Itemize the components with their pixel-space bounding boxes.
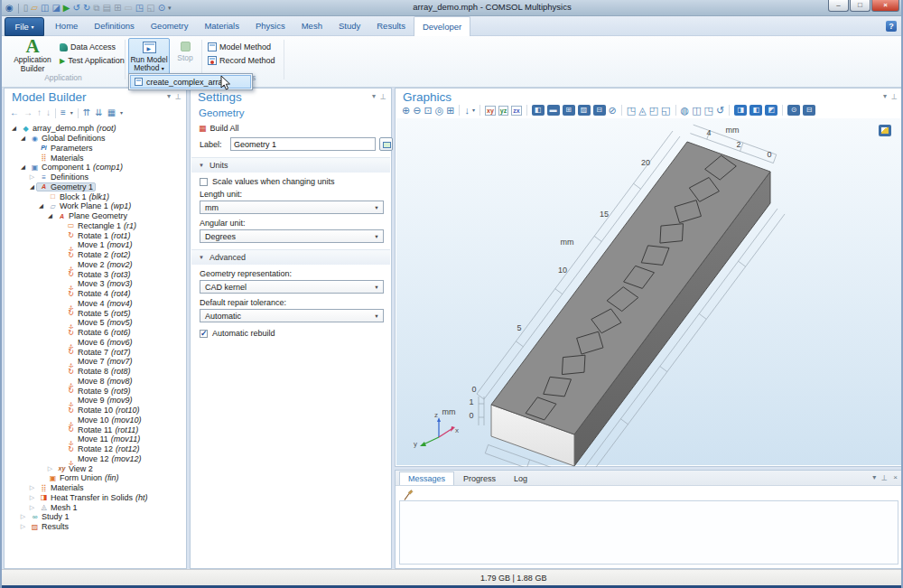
tree-item-work-plane-1[interactable]: ◢▱Work Plane 1(wp1)	[6, 201, 184, 211]
zoom-in-icon[interactable]: ⊕	[402, 106, 410, 116]
tree-item-rotate-5[interactable]: ↻Rotate 5(rot5)	[6, 308, 184, 318]
tree-item-rotate-4[interactable]: ↻Rotate 4(rot4)	[6, 289, 184, 299]
tree-item-move-7[interactable]: ↔↕Move 7(mov7)	[6, 357, 184, 367]
pin-icon[interactable]: ⊢	[379, 93, 387, 99]
tab-messages[interactable]: Messages	[399, 471, 454, 485]
plot-window-icon[interactable]: ◫	[692, 106, 701, 116]
angular-unit-select[interactable]: Degrees▼	[200, 229, 384, 243]
expander-icon[interactable]: ◢	[46, 212, 54, 219]
close-icon[interactable]: ×	[893, 473, 898, 481]
advanced-section-header[interactable]: ▼ Advanced	[191, 249, 390, 265]
graphics-canvas[interactable]: 05101520mm420mm10mmzxy	[396, 118, 901, 465]
expander-icon[interactable]: ▷	[28, 494, 36, 501]
tab-developer[interactable]: Developer	[414, 16, 470, 36]
record-method-button[interactable]: Record Method	[208, 56, 275, 65]
tree-item-rotate-9[interactable]: ↻Rotate 9(rot9)	[6, 386, 184, 396]
maximize-button[interactable]: □	[850, 0, 870, 12]
image-snapshot-icon[interactable]: ⊙	[787, 105, 800, 116]
view-iso-icon[interactable]: ◩	[765, 105, 777, 116]
transparency-icon[interactable]: ◍	[681, 106, 690, 116]
expander-icon[interactable]: ◢	[10, 125, 18, 132]
expander-icon[interactable]: ◢	[28, 183, 36, 191]
scale-values-checkbox[interactable]: Scale values when changing units	[200, 177, 335, 186]
pin-icon[interactable]: ⊢	[890, 93, 898, 99]
label-input[interactable]	[230, 137, 376, 151]
expander-icon[interactable]: ◢	[37, 202, 45, 210]
expander-icon[interactable]: ▷	[19, 523, 27, 530]
tree-item-rectangle-1[interactable]: ▭Rectangle 1(r1)	[6, 221, 184, 231]
tree-item-rotate-6[interactable]: ↻Rotate 6(rot6)	[6, 328, 184, 338]
tree-item-parameters[interactable]: PiParameters	[6, 144, 184, 154]
tree-item-rotate-10[interactable]: ↻Rotate 10(rot10)	[6, 406, 184, 415]
expander-icon[interactable]: ▷	[28, 173, 36, 181]
tab-materials[interactable]: Materials	[196, 16, 247, 36]
test-application-button[interactable]: ▶ Test Application	[60, 56, 125, 65]
tree-item-block-1[interactable]: □Block 1(blk1)	[6, 191, 184, 201]
move-down-icon[interactable]: ↓	[46, 108, 51, 117]
wireframe-rendering-icon[interactable]: ⊘	[609, 106, 617, 116]
collapse-all-icon[interactable]: ⇈	[83, 108, 90, 117]
nav-back-icon[interactable]: ←	[10, 108, 19, 117]
tree-item-component-1[interactable]: ◢▣Component 1(comp1)	[6, 163, 184, 173]
tab-mesh[interactable]: Mesh	[293, 16, 330, 36]
tab-definitions[interactable]: Definitions	[86, 16, 142, 36]
tree-item-rotate-8[interactable]: ↻Rotate 8(rot8)	[6, 367, 184, 377]
repair-tolerance-select[interactable]: Automatic▼	[200, 309, 384, 322]
help-button[interactable]: ?	[886, 21, 897, 32]
tree-item-move-2[interactable]: ↔↕Move 2(mov2)	[6, 260, 184, 270]
automatic-rebuild-checkbox[interactable]: Automatic rebuild	[200, 329, 275, 338]
tab-study[interactable]: Study	[330, 16, 368, 36]
chevron-down-icon[interactable]: ▾	[872, 473, 876, 481]
tree-item-move-10[interactable]: ↔↕Move 10(mov10)	[6, 415, 184, 425]
expander-icon[interactable]: ▷	[28, 484, 36, 491]
tree-item-move-11[interactable]: ↔↕Move 11(mov11)	[6, 434, 184, 444]
zoom-to-selection-icon[interactable]: ◎	[435, 106, 444, 116]
view-front-icon[interactable]: ◨	[734, 105, 747, 116]
show-grid-icon[interactable]: ⊞	[563, 105, 575, 116]
tree-item-rotate-3[interactable]: ↻Rotate 3(rot3)	[6, 269, 184, 279]
tree-item-rotate-11[interactable]: ↻Rotate 11(rot11)	[6, 425, 184, 434]
tree-item-materials[interactable]: ▷⣿Materials	[6, 483, 184, 493]
view-zx-icon[interactable]: zx	[511, 106, 521, 116]
tab-results[interactable]: Results	[368, 16, 414, 36]
tree-item-global-definitions[interactable]: ◢◉Global Definitions	[6, 134, 184, 144]
view-xy-icon[interactable]: xy	[485, 106, 496, 116]
go-to-default-view-icon[interactable]: ↓	[464, 106, 470, 116]
tree-item-move-9[interactable]: ↔↕Move 9(mov9)	[6, 396, 184, 406]
scene-light-icon[interactable]: ◧	[532, 105, 545, 116]
tab-physics[interactable]: Physics	[247, 16, 293, 36]
scene-snapshot-icon[interactable]: ◳	[627, 106, 636, 116]
tree-item-move-5[interactable]: ↔↕Move 5(mov5)	[6, 318, 184, 328]
view-back-icon[interactable]: ◧	[749, 105, 762, 116]
tree-item-definitions[interactable]: ▷≡Definitions	[6, 173, 184, 182]
tree-item-rotate-7[interactable]: ↻Rotate 7(rot7)	[6, 347, 184, 357]
run-model-method-button[interactable]: Run Model Method ▾	[128, 38, 170, 76]
caret-icon[interactable]: ▾	[472, 106, 475, 116]
menu-item-create-complex-array[interactable]: create_complex_array	[130, 75, 251, 89]
tree-item-rotate-1[interactable]: ↻Rotate 1(rot1)	[6, 230, 184, 240]
expander-icon[interactable]: ▷	[19, 513, 27, 520]
tree-item-plane-geometry[interactable]: ◢APlane Geometry	[6, 211, 184, 221]
tree-item-rotate-2[interactable]: ↻Rotate 2(rot2)	[6, 250, 184, 260]
environment-reflections-icon[interactable]: ▬	[547, 105, 560, 116]
units-section-header[interactable]: ▼ Units	[191, 157, 390, 173]
3d-scene[interactable]: 05101520mm420mm10mmzxy	[396, 118, 903, 467]
tree-item-move-1[interactable]: ↔↕Move 1(mov1)	[6, 240, 184, 250]
pin-icon[interactable]: ⊢	[880, 474, 889, 481]
tab-home[interactable]: Home	[47, 16, 86, 36]
data-access-button[interactable]: Data Access	[60, 42, 116, 51]
chevron-down-icon[interactable]: ▾	[883, 92, 887, 100]
go-to-node-icon[interactable]: ▦	[107, 108, 116, 117]
expander-icon[interactable]: ◢	[19, 163, 27, 171]
animation-export-icon[interactable]: ◬	[638, 106, 646, 116]
expander-icon[interactable]: ◢	[19, 135, 27, 142]
application-builder-button[interactable]: A Application Builder	[9, 38, 56, 73]
select-box-icon[interactable]: ◰	[649, 106, 658, 116]
file-menu-button[interactable]: File ▾	[5, 17, 44, 36]
minimize-button[interactable]: –	[828, 0, 849, 12]
tree-item-move-8[interactable]: ↔↕Move 8(mov8)	[6, 377, 184, 387]
close-button[interactable]: ×	[871, 0, 899, 12]
chevron-down-icon[interactable]: ▾	[167, 92, 171, 100]
tree-item-rotate-12[interactable]: ↻Rotate 12(rot12)	[6, 444, 184, 454]
expander-icon[interactable]: ▷	[46, 465, 54, 472]
